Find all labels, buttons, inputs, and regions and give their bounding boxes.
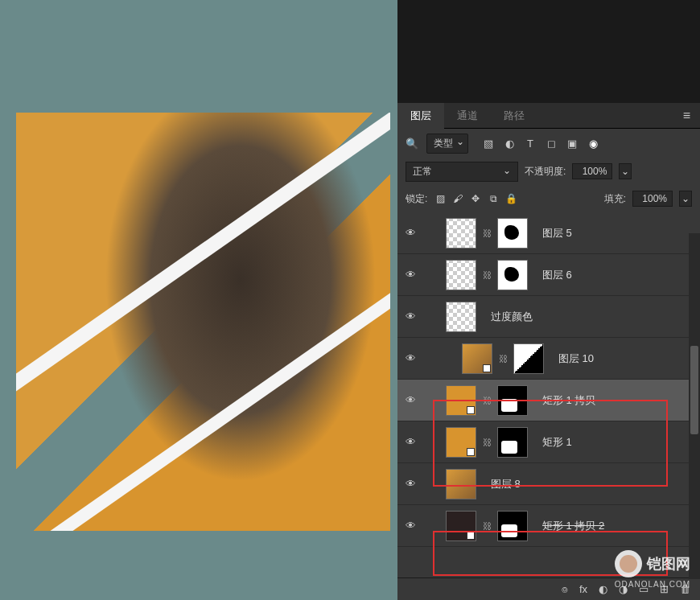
smart-object-badge [467, 448, 475, 456]
layer-row[interactable]: 👁⛓矩形 1 [397, 421, 700, 463]
layer-name[interactable]: 图层 8 [491, 477, 521, 491]
layer-row[interactable]: 👁⛓图层 10 [397, 338, 700, 380]
layer-row[interactable]: 👁图层 8 [397, 463, 700, 505]
lock-pixels-icon[interactable]: 🖌 [451, 193, 464, 204]
layer-row[interactable]: 👁过度颜色 [397, 296, 700, 338]
visibility-icon[interactable]: 👁 [404, 520, 417, 532]
layer-mask-thumbnail[interactable] [497, 218, 528, 249]
layer-mask-thumbnail[interactable] [497, 511, 528, 541]
search-icon: 🔍 [406, 138, 418, 150]
filter-type-icon[interactable]: T [525, 138, 536, 150]
visibility-icon[interactable]: 👁 [404, 436, 417, 448]
layers-list: 👁⛓图层 5👁⛓图层 6👁过度颜色👁⛓图层 10👁⛓矩形 1 拷贝👁⛓矩形 1👁… [397, 212, 700, 577]
layer-row[interactable]: 👁⛓图层 6 [397, 254, 700, 296]
layer-row[interactable]: 👁⛓矩形 1 拷贝 2 [397, 505, 700, 547]
opacity-dropdown-icon[interactable]: ⌄ [619, 163, 632, 179]
panel-tabs: 图层 通道 路径 ≡ [397, 103, 700, 129]
layer-name[interactable]: 图层 5 [542, 226, 572, 240]
layers-panel: 图层 通道 路径 ≡ 🔍 类型 ▧ ◐ T ◻ ▣ ◉ 正常 ⌄ 不透明度: 1… [397, 0, 700, 600]
tab-paths[interactable]: 路径 [491, 103, 537, 129]
visibility-icon[interactable]: 👁 [404, 269, 417, 281]
panel-menu-icon[interactable]: ≡ [683, 109, 690, 123]
filter-adjustment-icon[interactable]: ◐ [504, 138, 515, 150]
layer-row[interactable]: 👁⛓图层 5 [397, 212, 700, 254]
canvas-area [0, 0, 397, 600]
layer-thumbnail[interactable] [446, 260, 476, 290]
link-mask-icon[interactable]: ⛓ [483, 396, 491, 405]
fx-icon[interactable]: fx [579, 583, 587, 595]
layer-name[interactable]: 矩形 1 拷贝 2 [542, 519, 604, 533]
visibility-icon[interactable]: 👁 [404, 227, 417, 239]
layer-mask-thumbnail[interactable] [497, 385, 528, 416]
lock-position-icon[interactable]: ✥ [469, 193, 482, 204]
opacity-label: 不透明度: [525, 165, 566, 179]
lock-row: 锁定: ▨ 🖌 ✥ ⧉ 🔒 填充: 100% ⌄ [397, 185, 700, 212]
layer-name[interactable]: 图层 10 [558, 351, 594, 366]
lock-artboard-icon[interactable]: ⧉ [487, 193, 500, 204]
watermark-url: ODANOLAN.COM [615, 580, 690, 589]
blend-row: 正常 ⌄ 不透明度: 100% ⌄ [397, 158, 700, 185]
filter-type-dropdown[interactable]: 类型 [426, 134, 468, 154]
scrollbar[interactable] [689, 233, 700, 579]
filter-smart-icon[interactable]: ▣ [566, 138, 578, 150]
lock-label: 锁定: [406, 192, 427, 206]
filter-type-icons: ▧ ◐ T ◻ ▣ ◉ [483, 138, 599, 150]
smart-object-badge [467, 406, 475, 414]
fill-dropdown-icon[interactable]: ⌄ [679, 191, 692, 207]
filter-toggle-icon[interactable]: ◉ [587, 138, 599, 150]
layer-mask-thumbnail[interactable] [497, 260, 528, 290]
link-mask-icon[interactable]: ⛓ [483, 228, 491, 238]
fill-input[interactable]: 100% [632, 191, 673, 207]
visibility-icon[interactable]: 👁 [404, 310, 417, 323]
filter-shape-icon[interactable]: ◻ [546, 138, 557, 150]
layer-name[interactable]: 过度颜色 [491, 310, 533, 324]
link-mask-icon[interactable]: ⛓ [499, 354, 507, 364]
layer-name[interactable]: 矩形 1 拷贝 [542, 393, 595, 408]
link-mask-icon[interactable]: ⛓ [483, 521, 491, 531]
layer-name[interactable]: 图层 6 [542, 268, 572, 282]
filter-pixel-icon[interactable]: ▧ [483, 138, 494, 150]
torn-edge [16, 269, 390, 531]
smart-object-badge [483, 364, 491, 372]
lock-all-icon[interactable]: 🔒 [504, 193, 517, 204]
torn-edge [16, 113, 390, 401]
artwork-preview [16, 113, 390, 531]
tab-layers[interactable]: 图层 [397, 103, 444, 129]
layer-mask-thumbnail[interactable] [497, 427, 528, 458]
filter-row: 🔍 类型 ▧ ◐ T ◻ ▣ ◉ [397, 129, 700, 158]
opacity-input[interactable]: 100% [572, 163, 612, 179]
fill-label: 填充: [604, 192, 626, 206]
watermark-logo: 铠图网 [615, 550, 690, 577]
visibility-icon[interactable]: 👁 [404, 352, 417, 364]
link-mask-icon[interactable]: ⛓ [483, 270, 491, 280]
link-mask-icon[interactable]: ⛓ [483, 438, 491, 447]
add-mask-icon[interactable]: ◐ [599, 583, 607, 595]
layer-thumbnail[interactable] [446, 469, 476, 499]
smart-object-badge [467, 532, 475, 540]
lock-transparency-icon[interactable]: ▨ [434, 193, 447, 204]
tab-channels[interactable]: 通道 [444, 103, 491, 129]
layer-thumbnail[interactable] [446, 218, 476, 249]
layer-name[interactable]: 矩形 1 [542, 435, 572, 450]
layer-thumbnail[interactable] [446, 302, 476, 332]
layer-row[interactable]: 👁⛓矩形 1 拷贝 [397, 380, 700, 421]
layer-mask-thumbnail[interactable] [513, 343, 544, 374]
visibility-icon[interactable]: 👁 [404, 478, 417, 490]
scrollbar-thumb[interactable] [690, 346, 698, 434]
visibility-icon[interactable]: 👁 [404, 394, 417, 406]
blend-mode-select[interactable]: 正常 ⌄ [406, 162, 518, 182]
link-layers-icon[interactable]: ⌾ [562, 583, 568, 595]
